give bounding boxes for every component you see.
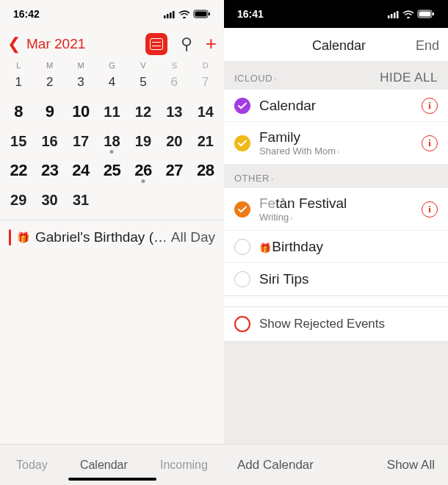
day-cell[interactable]: 10 (65, 102, 96, 121)
calendar-row[interactable]: Calendari (224, 90, 448, 122)
nav-title: Calendar (262, 38, 416, 54)
day-cell[interactable]: 21 (190, 132, 221, 151)
hide-all-button[interactable]: HIDE ALL (380, 71, 438, 85)
cellular-icon (164, 10, 176, 18)
chevron-right-icon: › (271, 175, 274, 183)
day-cell[interactable]: 1 (3, 73, 34, 92)
section-header-icloud: ICLOUD› HIDE ALL (224, 62, 448, 90)
calendar-name: Fetàn Festival (259, 195, 413, 212)
toolbar: Add Calendar Show All (224, 444, 448, 485)
info-button[interactable]: i (422, 135, 438, 151)
wifi-icon (402, 10, 414, 18)
info-button[interactable]: i (422, 201, 438, 218)
day-cell[interactable]: 13 (159, 102, 189, 121)
day-cell[interactable]: 4 (96, 73, 127, 92)
day-cell[interactable]: 29 (3, 190, 34, 209)
day-cell[interactable]: 3 (65, 73, 96, 92)
svg-rect-2 (170, 12, 172, 18)
back-chevron-icon[interactable]: ❮ (7, 36, 21, 52)
day-cell[interactable]: 23 (34, 161, 65, 180)
event-color-bar (9, 229, 11, 245)
day-cell[interactable]: 28 (190, 161, 221, 180)
calendar-list-screen: 16:41 Calendar End ICLOUD› HIDE ALL Cale… (224, 0, 448, 485)
done-button[interactable]: End (416, 38, 439, 54)
day-cell[interactable]: 27 (159, 161, 189, 180)
calendar-row[interactable]: 🎁 Birthday (224, 231, 448, 263)
day-cell[interactable]: 8 (3, 102, 34, 121)
section-header-other: OTHER› (224, 164, 448, 188)
calendar-row[interactable]: Siri Tips (224, 263, 448, 295)
day-cell[interactable]: 11 (96, 102, 127, 121)
day-cell[interactable]: 15 (3, 132, 34, 151)
spacer (224, 295, 448, 307)
calendar-info: Fetàn FestivalWriting› (259, 195, 413, 223)
today-button[interactable]: Today (16, 459, 48, 472)
calendar-row[interactable]: Fetàn FestivalWriting›i (224, 188, 448, 231)
checkbox-icon[interactable] (234, 239, 250, 255)
calendar-name: Siri Tips (259, 271, 438, 287)
other-list: Fetàn FestivalWriting›i🎁 BirthdaySiri Ti… (224, 188, 448, 295)
show-all-button[interactable]: Show All (387, 458, 435, 473)
checkbox-icon[interactable] (234, 135, 250, 151)
add-event-button[interactable]: + (206, 32, 217, 55)
day-cell[interactable]: 19 (128, 132, 159, 151)
day-cell[interactable]: 17 (65, 132, 96, 151)
weekday-label: V (128, 61, 159, 70)
checkbox-icon[interactable] (234, 98, 250, 114)
event-row[interactable]: 🎁 Gabriel's Birthday (… All Day (0, 226, 224, 248)
status-time: 16:42 (13, 8, 40, 20)
weekday-label: G (96, 61, 127, 70)
show-rejected-row[interactable]: Show Rejected Events (224, 307, 448, 342)
wifi-icon (178, 10, 190, 18)
svg-rect-9 (394, 12, 396, 18)
day-cell (159, 190, 189, 209)
calendar-subtitle: Shared With Mom› (259, 146, 413, 157)
checkbox-icon[interactable] (234, 271, 250, 287)
icloud-list: CalendariFamilyShared With Mom›i (224, 90, 448, 164)
day-cell[interactable]: 16 (34, 132, 65, 151)
day-cell (190, 190, 221, 209)
back-label[interactable]: Mar 2021 (26, 36, 140, 52)
calendars-button[interactable]: Calendar (80, 459, 128, 472)
day-cell[interactable]: 5 (128, 73, 159, 92)
show-rejected-label: Show Rejected Events (259, 317, 385, 331)
day-cell[interactable]: 7 (190, 73, 221, 92)
list-view-button[interactable] (145, 33, 167, 55)
day-cell[interactable]: 25 (96, 161, 127, 180)
svg-rect-0 (164, 15, 166, 18)
calendar-info: Siri Tips (259, 271, 438, 287)
day-cell[interactable]: 18 (96, 132, 127, 151)
day-cell (96, 190, 127, 209)
checkbox-icon[interactable] (234, 201, 250, 218)
day-cell[interactable]: 9 (34, 102, 65, 121)
day-cell[interactable]: 30 (34, 190, 65, 209)
search-icon[interactable]: ⚲ (181, 35, 192, 54)
svg-rect-7 (388, 15, 390, 18)
weekday-label: M (65, 61, 96, 70)
weekday-row: LMMGVSD (0, 61, 224, 73)
checkbox-icon[interactable] (234, 316, 250, 332)
calendar-info: 🎁 Birthday (259, 239, 438, 255)
day-cell[interactable]: 26 (128, 161, 159, 180)
battery-icon (417, 10, 435, 18)
calendar-name: Family (259, 129, 413, 146)
status-bar: 16:42 (0, 0, 224, 28)
day-cell[interactable]: 2 (34, 73, 65, 92)
day-cell[interactable]: 6 (159, 73, 189, 92)
home-indicator[interactable] (68, 478, 156, 481)
cellular-icon (388, 10, 400, 18)
svg-rect-3 (173, 11, 175, 18)
day-cell[interactable]: 14 (190, 102, 221, 121)
month-grid: 1234567891011121314151617181920212223242… (0, 73, 224, 209)
day-cell[interactable]: 22 (3, 161, 34, 180)
section-label: ICLOUD› (234, 73, 277, 84)
day-cell[interactable]: 31 (65, 190, 96, 209)
add-calendar-button[interactable]: Add Calendar (237, 458, 314, 473)
calendar-row[interactable]: FamilyShared With Mom›i (224, 122, 448, 164)
calendar-info: Calendar (259, 98, 413, 114)
incoming-button[interactable]: Incoming (160, 459, 208, 472)
day-cell[interactable]: 20 (159, 132, 189, 151)
info-button[interactable]: i (422, 98, 438, 114)
day-cell[interactable]: 24 (65, 161, 96, 180)
day-cell[interactable]: 12 (128, 102, 159, 121)
